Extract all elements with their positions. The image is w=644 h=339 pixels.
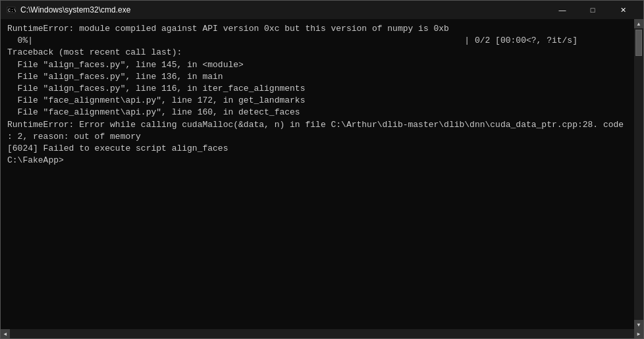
terminal-line: RuntimeError: module compiled against AP… [7, 23, 637, 35]
terminal-line: RuntimeError: Error while calling cudaMa… [7, 119, 637, 131]
terminal-line: Traceback (most recent call last): [7, 47, 637, 59]
window-controls: — □ ✕ [547, 1, 638, 19]
terminal-line: [6024] Failed to execute script align_fa… [7, 143, 637, 155]
horizontal-scrollbar[interactable]: ◄ ► [1, 329, 643, 338]
vertical-scrollbar[interactable]: ▲ ▼ [634, 19, 643, 329]
close-button[interactable]: ✕ [608, 1, 638, 19]
scroll-right-arrow[interactable]: ► [634, 329, 643, 338]
content-area: RuntimeError: module compiled against AP… [1, 19, 643, 329]
scroll-thumb[interactable] [635, 30, 642, 56]
h-scroll-track [10, 329, 634, 338]
window-title: C:\Windows\system32\cmd.exe [20, 5, 547, 14]
terminal-line: File "align_faces.py", line 136, in main [7, 71, 637, 83]
scroll-track [634, 28, 643, 320]
svg-text:C:\: C:\ [8, 8, 16, 13]
cmd-icon: C:\ [6, 5, 16, 15]
terminal-line: C:\FakeApp> [7, 155, 637, 167]
terminal-line: File "align_faces.py", line 116, in iter… [7, 83, 637, 95]
terminal-line: File "face_alignment\api.py", line 172, … [7, 95, 637, 107]
scroll-left-arrow[interactable]: ◄ [1, 329, 10, 338]
maximize-button[interactable]: □ [577, 1, 608, 19]
terminal-line: File "face_alignment\api.py", line 160, … [7, 107, 637, 118]
terminal-output: RuntimeError: module compiled against AP… [3, 22, 641, 168]
terminal-line: File "align_faces.py", line 145, in <mod… [7, 59, 637, 71]
scroll-up-arrow[interactable]: ▲ [634, 19, 643, 28]
terminal: RuntimeError: module compiled against AP… [1, 19, 643, 329]
minimize-button[interactable]: — [547, 1, 577, 19]
scroll-down-arrow[interactable]: ▼ [634, 320, 643, 329]
terminal-line: 0%| | 0/2 [00:00<?, ?it/s] [7, 35, 637, 47]
cmd-window: C:\ C:\Windows\system32\cmd.exe — □ ✕ Ru… [0, 0, 644, 339]
title-bar: C:\ C:\Windows\system32\cmd.exe — □ ✕ [1, 1, 643, 19]
terminal-line: : 2, reason: out of memory [7, 131, 637, 143]
